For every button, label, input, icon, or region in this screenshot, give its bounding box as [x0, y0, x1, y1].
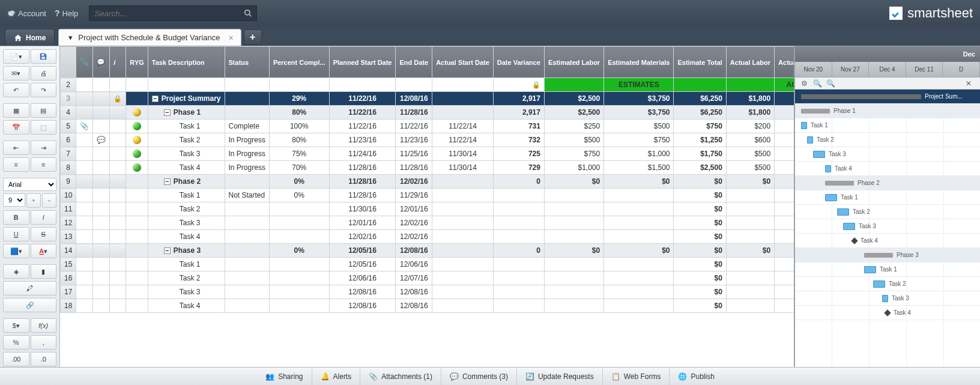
collapse-icon[interactable]: − [152, 95, 159, 102]
est-labor-cell[interactable] [544, 230, 603, 244]
ryg-cell[interactable] [126, 230, 148, 244]
attach-cell[interactable] [76, 78, 93, 92]
percent-cell[interactable] [269, 230, 329, 244]
task-description-cell[interactable]: Task 4 [148, 299, 225, 313]
planned-start-cell[interactable]: 12/06/16 [329, 271, 396, 285]
gantt-row[interactable]: Task 2 [795, 205, 980, 219]
lock-cell[interactable] [110, 202, 126, 216]
status-cell[interactable] [225, 175, 269, 189]
link-button[interactable]: 🔗 [3, 298, 56, 312]
gantt-settings-icon[interactable]: ⚙ [799, 79, 809, 88]
web-forms-button[interactable]: 📋Web Forms [602, 368, 670, 385]
task-description-cell[interactable]: Task 1 [148, 258, 225, 271]
status-cell[interactable] [225, 299, 269, 313]
attach-cell[interactable] [76, 258, 93, 271]
percent-button[interactable]: % [3, 335, 29, 350]
comment-cell[interactable] [93, 161, 110, 175]
task-description-cell[interactable]: −Phase 3 [148, 244, 225, 258]
est-total-cell[interactable]: $0 [674, 216, 726, 230]
act-materials-cell[interactable]: $2,450 [775, 106, 794, 120]
ryg-cell[interactable] [126, 299, 148, 313]
actual-start-cell[interactable] [432, 92, 494, 106]
act-materials-cell[interactable]: $0 [775, 244, 794, 258]
task-description-cell[interactable]: −Project Summary [148, 92, 225, 106]
date-variance-cell[interactable] [493, 271, 544, 285]
date-variance-cell[interactable] [493, 216, 544, 230]
end-date-cell[interactable]: 12/06/16 [396, 258, 432, 271]
est-materials-cell[interactable] [604, 189, 674, 202]
actual-start-cell[interactable] [432, 285, 494, 299]
undo-button[interactable]: ↶ [3, 83, 29, 97]
act-materials-cell[interactable] [775, 271, 794, 285]
fontsize-up-button[interactable]: + [26, 193, 41, 208]
act-materials-cell[interactable]: $750 [775, 133, 794, 147]
ryg-cell[interactable] [126, 244, 148, 258]
comment-cell[interactable] [93, 92, 110, 106]
end-date-cell[interactable]: 11/23/16 [396, 133, 432, 147]
collapse-icon[interactable]: − [164, 247, 171, 254]
end-date-cell[interactable]: 11/25/16 [396, 147, 432, 161]
underline-button[interactable]: U [3, 227, 29, 241]
bold-button[interactable]: B [3, 210, 29, 225]
status-cell[interactable]: In Progress [225, 147, 269, 161]
table-row[interactable]: 11Task 211/30/1612/01/16$0$0$0 [61, 202, 794, 216]
row-number[interactable]: 5 [61, 120, 76, 133]
row-number[interactable]: 9 [61, 175, 76, 189]
act-labor-cell[interactable] [726, 299, 774, 313]
row-number[interactable]: 11 [61, 202, 76, 216]
publish-button[interactable]: 🌐Publish [669, 368, 722, 385]
ryg-cell[interactable] [126, 216, 148, 230]
comment-cell[interactable] [93, 189, 110, 202]
attach-cell[interactable] [76, 230, 93, 244]
gantt-bar[interactable] [873, 280, 885, 288]
search-button[interactable] [239, 5, 257, 21]
end-date-cell[interactable]: 11/28/16 [396, 161, 432, 175]
gantt-bar[interactable] [843, 223, 855, 230]
act-labor-cell[interactable]: $1,800 [726, 92, 774, 106]
est-materials-cell[interactable]: $0 [604, 175, 674, 189]
task-description-cell[interactable]: Task 2 [148, 133, 225, 147]
percent-cell[interactable]: 0% [269, 189, 329, 202]
est-labor-cell[interactable]: $1,000 [544, 161, 603, 175]
thousands-button[interactable]: , [31, 335, 57, 350]
table-row[interactable]: 13Task 412/02/1612/02/16$0$0$0 [61, 230, 794, 244]
ryg-cell[interactable] [126, 133, 148, 147]
est-total-cell[interactable]: $0 [674, 271, 726, 285]
status-cell[interactable] [225, 202, 269, 216]
lock-cell[interactable] [110, 244, 126, 258]
table-row[interactable]: 17Task 312/08/1612/08/16$0$0$0 [61, 285, 794, 299]
act-labor-cell[interactable]: $0 [726, 244, 774, 258]
align-left-button[interactable]: ≡ [3, 157, 29, 172]
est-materials-cell[interactable]: $1,500 [604, 161, 674, 175]
est-labor-cell[interactable]: $750 [544, 147, 603, 161]
gantt-row[interactable]: Task 1 [795, 190, 980, 205]
attach-cell[interactable] [76, 161, 93, 175]
est-total-cell[interactable]: $0 [674, 244, 726, 258]
actual-start-cell[interactable] [432, 175, 494, 189]
column-header[interactable] [61, 47, 76, 78]
percent-cell[interactable]: 0% [269, 244, 329, 258]
act-materials-cell[interactable]: $2,450 [775, 92, 794, 106]
date-variance-cell[interactable]: 725 [493, 147, 544, 161]
task-description-cell[interactable]: Task 1 [148, 189, 225, 202]
attach-cell[interactable] [76, 202, 93, 216]
sharing-button[interactable]: 👥Sharing [257, 368, 311, 385]
status-cell[interactable] [225, 106, 269, 120]
lock-cell[interactable] [110, 230, 126, 244]
est-materials-cell[interactable] [604, 299, 674, 313]
est-total-cell[interactable]: $0 [674, 299, 726, 313]
align-right-button[interactable]: ≡ [31, 157, 57, 172]
actual-start-cell[interactable] [432, 106, 494, 120]
row-number[interactable]: 12 [61, 216, 76, 230]
act-materials-cell[interactable]: $750 [775, 147, 794, 161]
act-materials-cell[interactable]: $450 [775, 120, 794, 133]
gantt-week-header[interactable]: Nov 20 [795, 62, 832, 77]
lock-cell[interactable] [110, 120, 126, 133]
percent-cell[interactable] [269, 258, 329, 271]
lock-cell[interactable] [110, 271, 126, 285]
email-button[interactable]: ✉▾ [3, 66, 29, 80]
end-date-cell[interactable]: 12/08/16 [396, 244, 432, 258]
outdent-button[interactable]: ⇥ [31, 141, 57, 155]
end-date-cell[interactable]: 12/08/16 [396, 299, 432, 313]
lock-cell[interactable]: 🔒 [110, 92, 126, 106]
